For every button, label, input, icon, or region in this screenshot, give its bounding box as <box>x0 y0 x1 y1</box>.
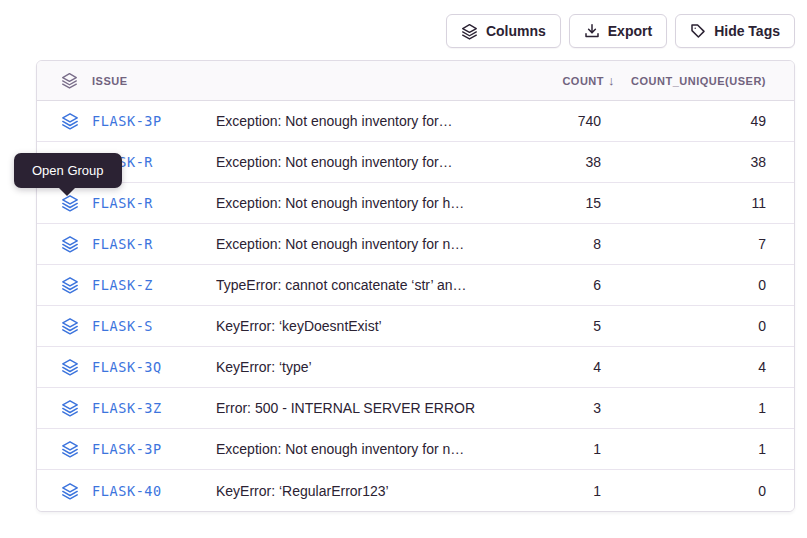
count-unique-value: 0 <box>601 483 766 499</box>
column-header-count-label: COUNT <box>562 75 604 87</box>
table-row: FLASK-R Exception: Not enough inventory … <box>37 224 794 265</box>
table-row: FLASK-40 KeyError: ‘RegularError123’ 1 0 <box>37 470 794 511</box>
issue-cell: FLASK-R <box>37 194 216 212</box>
hide-tags-button[interactable]: Hide Tags <box>675 14 795 48</box>
count-unique-value: 38 <box>601 154 766 170</box>
issue-link[interactable]: FLASK-R <box>92 195 153 211</box>
table-header: ISSUE COUNT ↓ COUNT_UNIQUE(USER) <box>37 61 794 101</box>
count-value: 1 <box>481 441 601 457</box>
issue-title: Error: 500 - INTERNAL SERVER ERROR <box>216 400 481 416</box>
count-value: 38 <box>481 154 601 170</box>
issue-cell: FLASK-40 <box>37 482 216 500</box>
open-group-tooltip: Open Group <box>14 153 122 188</box>
column-header-issue-label: ISSUE <box>92 75 128 87</box>
toolbar: Columns Export Hide Tags <box>446 14 795 48</box>
issue-title: Exception: Not enough inventory for… <box>216 113 481 129</box>
count-value: 1 <box>481 483 601 499</box>
issue-cell: FLASK-3P <box>37 440 216 458</box>
open-group-icon[interactable] <box>61 399 79 417</box>
open-group-icon[interactable] <box>61 235 79 253</box>
issue-link[interactable]: FLASK-3Z <box>92 400 162 416</box>
table-row: FLASK-Z TypeError: cannot concatenate ‘s… <box>37 265 794 306</box>
hide-tags-button-label: Hide Tags <box>714 23 780 39</box>
count-unique-value: 11 <box>601 195 766 211</box>
column-header-count[interactable]: COUNT ↓ <box>481 73 601 88</box>
table-row: FLASK-R Exception: Not enough inventory … <box>37 142 794 183</box>
open-group-icon[interactable] <box>61 482 79 500</box>
issue-title: KeyError: ‘type’ <box>216 359 481 375</box>
open-group-icon[interactable] <box>61 276 79 294</box>
table-row: FLASK-R Exception: Not enough inventory … <box>37 183 794 224</box>
issue-title: Exception: Not enough inventory for… <box>216 154 481 170</box>
table-row: FLASK-S KeyError: ‘keyDoesntExist’ 5 0 <box>37 306 794 347</box>
table-row: FLASK-3Q KeyError: ‘type’ 4 4 <box>37 347 794 388</box>
column-header-issue[interactable]: ISSUE <box>37 72 216 89</box>
table-row: FLASK-3P Exception: Not enough inventory… <box>37 429 794 470</box>
issue-link[interactable]: FLASK-3P <box>92 113 162 129</box>
export-button-label: Export <box>608 23 652 39</box>
count-value: 4 <box>481 359 601 375</box>
open-group-icon[interactable] <box>61 194 79 212</box>
count-unique-value: 1 <box>601 441 766 457</box>
issue-link[interactable]: FLASK-3P <box>92 441 162 457</box>
export-button[interactable]: Export <box>569 14 667 48</box>
count-value: 5 <box>481 318 601 334</box>
count-unique-value: 0 <box>601 277 766 293</box>
column-header-count-unique-label: COUNT_UNIQUE(USER) <box>631 75 766 87</box>
count-value: 740 <box>481 113 601 129</box>
download-icon <box>584 23 600 39</box>
open-group-icon[interactable] <box>61 317 79 335</box>
issue-cell: FLASK-S <box>37 317 216 335</box>
columns-button[interactable]: Columns <box>446 14 561 48</box>
table-body: FLASK-3P Exception: Not enough inventory… <box>37 101 794 511</box>
issue-cell: FLASK-3P <box>37 112 216 130</box>
count-value: 15 <box>481 195 601 211</box>
issue-link[interactable]: FLASK-S <box>92 318 153 334</box>
column-header-count-unique[interactable]: COUNT_UNIQUE(USER) <box>601 75 766 87</box>
open-group-icon[interactable] <box>61 358 79 376</box>
issue-cell: FLASK-R <box>37 235 216 253</box>
issue-cell: FLASK-3Q <box>37 358 216 376</box>
issue-title: KeyError: ‘RegularError123’ <box>216 483 481 499</box>
open-group-tooltip-label: Open Group <box>32 163 104 178</box>
count-unique-value: 4 <box>601 359 766 375</box>
tag-icon <box>690 23 706 39</box>
table-row: FLASK-3P Exception: Not enough inventory… <box>37 101 794 142</box>
count-unique-value: 1 <box>601 400 766 416</box>
issue-link[interactable]: FLASK-40 <box>92 483 162 499</box>
issue-link[interactable]: FLASK-Z <box>92 277 153 293</box>
columns-button-label: Columns <box>486 23 546 39</box>
page: Columns Export Hide Tags <box>0 0 807 538</box>
open-group-icon[interactable] <box>61 440 79 458</box>
count-value: 8 <box>481 236 601 252</box>
issue-link[interactable]: FLASK-R <box>92 236 153 252</box>
count-unique-value: 49 <box>601 113 766 129</box>
issue-title: Exception: Not enough inventory for n… <box>216 441 481 457</box>
stack-icon <box>461 23 478 40</box>
issue-title: Exception: Not enough inventory for h… <box>216 195 481 211</box>
results-table: ISSUE COUNT ↓ COUNT_UNIQUE(USER) <box>36 60 795 512</box>
issue-title: Exception: Not enough inventory for n… <box>216 236 481 252</box>
issue-title: TypeError: cannot concatenate ‘str’ an… <box>216 277 481 293</box>
stack-icon <box>61 72 78 89</box>
count-value: 3 <box>481 400 601 416</box>
count-unique-value: 0 <box>601 318 766 334</box>
count-value: 6 <box>481 277 601 293</box>
issue-title: KeyError: ‘keyDoesntExist’ <box>216 318 481 334</box>
issue-cell: FLASK-3Z <box>37 399 216 417</box>
issue-link[interactable]: FLASK-3Q <box>92 359 162 375</box>
count-unique-value: 7 <box>601 236 766 252</box>
open-group-icon[interactable] <box>61 112 79 130</box>
table-row: FLASK-3Z Error: 500 - INTERNAL SERVER ER… <box>37 388 794 429</box>
issue-cell: FLASK-Z <box>37 276 216 294</box>
